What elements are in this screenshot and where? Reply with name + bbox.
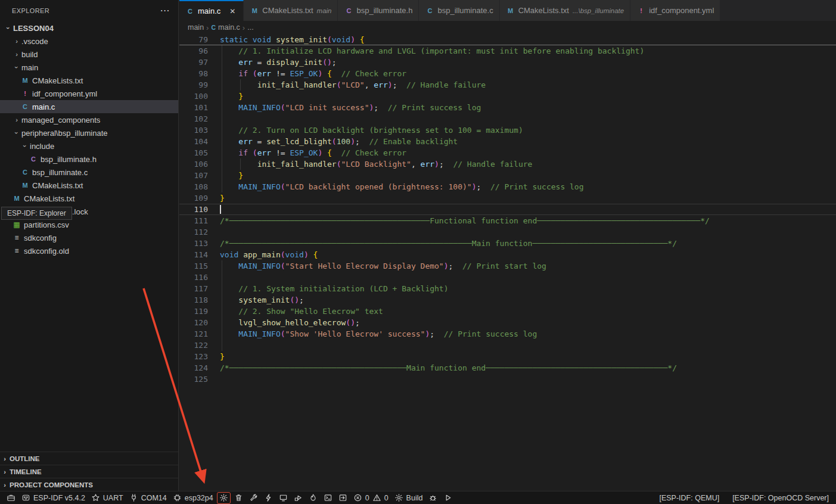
code-line-99[interactable]: 99 init_fail_handler("LCD", err); // Han… bbox=[179, 79, 836, 91]
code-line-107[interactable]: 107 } bbox=[179, 170, 836, 181]
status-item-label: [ESP-IDF: OpenOCD Server] bbox=[732, 494, 829, 502]
tree-file-bsp-illuminate.c[interactable]: Cbsp_illuminate.c bbox=[0, 166, 178, 179]
code-line-106[interactable]: 106 init_fail_handler("LCD Backlight", e… bbox=[179, 158, 836, 170]
tree-folder-managed-components[interactable]: ›managed_components bbox=[0, 113, 178, 126]
tab-main.c[interactable]: Cmain.c✕ bbox=[179, 0, 244, 21]
status-item-terminal[interactable] bbox=[321, 491, 335, 504]
chevron-down-icon: › bbox=[13, 63, 20, 72]
file-type-icon: ! bbox=[636, 7, 646, 14]
tree-file-bsp-illuminate.h[interactable]: Cbsp_illuminate.h bbox=[0, 153, 178, 166]
code-line-125[interactable]: 125 bbox=[179, 374, 836, 385]
tree-file-idf-component.yml[interactable]: !idf_component.yml bbox=[0, 87, 178, 100]
code-line-79[interactable]: 79static void system_init(void) { bbox=[179, 34, 836, 45]
code-line-115[interactable]: 115 MAIN_INFO("Start Hello Elecrow Displ… bbox=[179, 260, 836, 272]
chip-icon bbox=[173, 493, 182, 502]
code-line-109[interactable]: 109} bbox=[179, 192, 836, 204]
code-line-96[interactable]: 96 // 1. Initialize LCD hardware and LVG… bbox=[179, 45, 836, 57]
status-item-flash-method-uart[interactable]: UART bbox=[88, 491, 126, 504]
tab-cmakelists.txt[interactable]: MCMakeLists.txt...\bsp_illuminate bbox=[500, 0, 631, 21]
line-number: 102 bbox=[179, 113, 208, 125]
tree-folder-.vscode[interactable]: ›.vscode bbox=[0, 35, 178, 48]
tree-folder-main[interactable]: ›main bbox=[0, 61, 178, 74]
tree-folder-lesson04[interactable]: ›LESSON04 bbox=[0, 21, 178, 35]
code-line-100[interactable]: 100 } bbox=[179, 91, 836, 102]
code-line-110[interactable]: 110 bbox=[179, 204, 836, 215]
line-number: 109 bbox=[179, 192, 208, 204]
status-item-device-target[interactable]: esp32p4 bbox=[170, 491, 216, 504]
tree-folder-build[interactable]: ›build bbox=[0, 48, 178, 61]
status-item-build-flash-monitor[interactable] bbox=[291, 491, 306, 504]
status-item-esp-idf-version[interactable]: ESP-IDF v5.4.2 bbox=[18, 491, 88, 504]
chevron-right-icon: › bbox=[12, 38, 21, 45]
indent-guide bbox=[222, 91, 222, 102]
code-line-101[interactable]: 101 MAIN_INFO("LCD init success"); // Pr… bbox=[179, 102, 836, 113]
tree-file-cmakelists.txt[interactable]: MCMakeLists.txt bbox=[0, 192, 178, 205]
line-content: /*──────────────────────────────────────… bbox=[220, 215, 836, 226]
breadcrumb-folder[interactable]: main bbox=[188, 23, 204, 32]
tree-file-sdkconfig.old[interactable]: ≡sdkconfig.old bbox=[0, 244, 178, 257]
tab-idf-component.yml[interactable]: !idf_component.yml bbox=[630, 0, 720, 21]
tab-bsp-illuminate.c[interactable]: Cbsp_illuminate.c bbox=[419, 0, 499, 21]
code-line-121[interactable]: 121 MAIN_INFO("Show 'Hello Elecrow' succ… bbox=[179, 328, 836, 340]
status-item-monitor-device[interactable] bbox=[276, 491, 291, 504]
line-number: 99 bbox=[179, 79, 208, 91]
code-line-98[interactable]: 98 if (err != ESP_OK) { // Check error bbox=[179, 68, 836, 79]
status-item-launch[interactable] bbox=[440, 491, 455, 504]
tree-item-label: CMakeLists.txt bbox=[24, 194, 74, 203]
indent-guide bbox=[222, 170, 222, 181]
code-line-104[interactable]: 104 err = set_lcd_blight(100); // Enable… bbox=[179, 136, 836, 147]
status-item-build-project[interactable] bbox=[246, 491, 261, 504]
status-item-esp-idf-qemu[interactable]: [ESP-IDF: QEMU] bbox=[658, 491, 720, 504]
code-line-102[interactable]: 102 bbox=[179, 113, 836, 125]
tree-file-main.c[interactable]: Cmain.c bbox=[0, 100, 178, 113]
box-arrow-icon bbox=[338, 493, 347, 502]
breadcrumb-symbol[interactable]: ... bbox=[247, 23, 253, 32]
tree-file-cmakelists.txt[interactable]: MCMakeLists.txt bbox=[0, 179, 178, 192]
tree-folder-peripheral-bsp-illuminate[interactable]: ›peripheral\bsp_illuminate bbox=[0, 126, 178, 139]
line-number: 113 bbox=[179, 238, 208, 249]
status-item-flash-device[interactable] bbox=[261, 491, 276, 504]
panel-outline[interactable]: ›OUTLINE bbox=[0, 452, 178, 465]
close-icon[interactable]: ✕ bbox=[228, 7, 237, 15]
status-item-remote[interactable] bbox=[4, 491, 18, 504]
status-item-cmake-build[interactable]: Build bbox=[391, 491, 426, 504]
status-item-erase-flash[interactable] bbox=[306, 491, 321, 504]
status-item-problems[interactable]: 00 bbox=[350, 491, 391, 504]
code-line-119[interactable]: 119 // 2. Show "Hello Elecrow" text bbox=[179, 306, 836, 317]
code-line-114[interactable]: 114void app_main(void) { bbox=[179, 249, 836, 260]
panel-timeline[interactable]: ›TIMELINE bbox=[0, 465, 178, 478]
tree-file-cmakelists.txt[interactable]: MCMakeLists.txt bbox=[0, 74, 178, 87]
more-actions-icon[interactable]: ⋯ bbox=[160, 8, 170, 14]
code-line-103[interactable]: 103 // 2. Turn on LCD backlight (brightn… bbox=[179, 125, 836, 136]
code-line-113[interactable]: 113/*───────────────────────────────────… bbox=[179, 238, 836, 249]
code-line-120[interactable]: 120 lvgl_show_hello_elecrow(); bbox=[179, 317, 836, 328]
code-line-111[interactable]: 111/*───────────────────────────────────… bbox=[179, 215, 836, 226]
code-editor[interactable]: 79static void system_init(void) {96 // 1… bbox=[179, 34, 836, 491]
tree-file-sdkconfig[interactable]: ≡sdkconfig bbox=[0, 231, 178, 244]
status-item-sdk-configuration[interactable] bbox=[216, 491, 231, 504]
code-line-117[interactable]: 117 // 1. System initialization (LCD + B… bbox=[179, 283, 836, 294]
code-line-108[interactable]: 108 MAIN_INFO("LCD backlight opened (bri… bbox=[179, 181, 836, 192]
line-number: 123 bbox=[179, 351, 208, 362]
status-item-full-clean[interactable] bbox=[231, 491, 246, 504]
status-item-debug[interactable] bbox=[425, 491, 440, 504]
code-line-97[interactable]: 97 err = display_init(); bbox=[179, 57, 836, 68]
bug-icon bbox=[428, 493, 437, 502]
code-line-118[interactable]: 118 system_init(); bbox=[179, 294, 836, 306]
code-line-123[interactable]: 123} bbox=[179, 351, 836, 362]
code-line-112[interactable]: 112 bbox=[179, 226, 836, 238]
code-line-116[interactable]: 116 bbox=[179, 272, 836, 283]
code-line-105[interactable]: 105 if (err != ESP_OK) { // Check error bbox=[179, 147, 836, 158]
code-line-124[interactable]: 124/*───────────────────────────────────… bbox=[179, 362, 836, 374]
panel-project-components[interactable]: ›PROJECT COMPONENTS bbox=[0, 478, 178, 491]
tab-cmakelists.txt[interactable]: MCMakeLists.txtmain bbox=[244, 0, 338, 21]
breadcrumb-file[interactable]: main.c bbox=[218, 23, 240, 32]
code-line-122[interactable]: 122 bbox=[179, 340, 836, 351]
tab-bsp-illuminate.h[interactable]: Cbsp_illuminate.h bbox=[338, 0, 419, 21]
indent-guide bbox=[222, 181, 222, 192]
status-item-esp-idf-openocd-server[interactable]: [ESP-IDF: OpenOCD Server] bbox=[731, 491, 830, 504]
tree-file-partitions.csv[interactable]: ▦partitions.csv bbox=[0, 218, 178, 231]
status-item-open-idf-terminal[interactable] bbox=[335, 491, 350, 504]
status-item-serial-port[interactable]: COM14 bbox=[126, 491, 170, 504]
tree-folder-include[interactable]: ›include bbox=[0, 139, 178, 153]
